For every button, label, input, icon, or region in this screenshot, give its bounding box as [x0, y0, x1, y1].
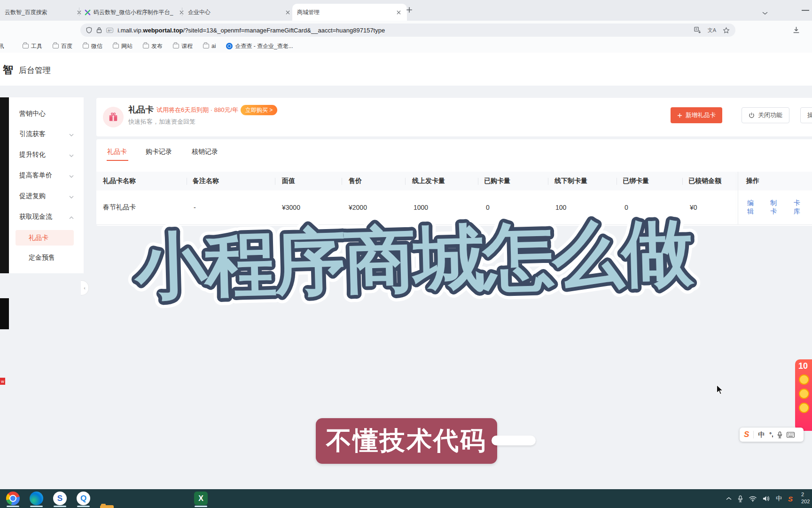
address-bar[interactable]: a= i.mall.vip.webportal.top/?siteId=13&_… [80, 24, 735, 37]
app-header: 智 后台管理 [0, 53, 812, 86]
bookmark-folder-ai[interactable]: ai [203, 43, 216, 49]
bookmark-folder-wechat[interactable]: 微信 [83, 42, 102, 50]
col-header: 礼品卡名称 [103, 172, 136, 190]
site-badge[interactable]: a= [106, 28, 113, 33]
make-card-link[interactable]: 制卡 [770, 199, 783, 216]
tray-mic-icon[interactable] [738, 495, 743, 502]
promo-number: 10 [798, 361, 808, 371]
x-logo-icon [85, 9, 91, 16]
taskbar-edge-icon[interactable] [30, 492, 43, 505]
ime-punctuation-toggle[interactable]: °, [769, 431, 773, 438]
edit-link[interactable]: 编辑 [747, 199, 760, 216]
bookmark-folder-website[interactable]: 网站 [113, 42, 133, 50]
bookmark-folder-baidu[interactable]: 百度 [53, 42, 72, 50]
sidebar-item-cashflow[interactable]: 获取现金流 [19, 212, 80, 222]
header-divider [682, 178, 683, 185]
screen: 云数智_百度搜索 码云数智_微信小程序制作平台_ 企业中心 商城管理 a= i.… [0, 0, 812, 508]
sidebar-item-marketing-center[interactable]: 营销中心 [19, 109, 80, 119]
tray-volume-icon[interactable] [763, 495, 770, 502]
sidebar-item-label: 提升转化 [19, 151, 46, 159]
ime-lang-toggle[interactable]: 中 [758, 430, 765, 439]
tray-wifi-icon[interactable] [749, 496, 757, 502]
logo-letter: Q [80, 494, 86, 503]
sidebar-item-conversion[interactable]: 提升转化 [19, 150, 80, 159]
ime-keyboard-icon[interactable] [787, 432, 795, 438]
tab-title: 商城管理 [297, 8, 391, 16]
sidebar-item-traffic[interactable]: 引流获客 [19, 129, 80, 139]
header-divider [617, 178, 617, 185]
plus-icon [677, 113, 682, 118]
folder-icon [143, 44, 149, 48]
tab-mayun[interactable]: 码云数智_微信小程序制作平台_ [80, 4, 190, 21]
buy-now-button[interactable]: 立即购买 > [241, 105, 277, 115]
taskbar-file-explorer-icon[interactable] [100, 505, 114, 508]
ime-mic-icon[interactable] [777, 431, 782, 438]
tab-close-icon[interactable] [284, 8, 291, 16]
chevron-down-icon [69, 172, 74, 179]
content-area: w 营销中心 引流获客 提升转化 提高客单价 促进复购 获取现金流 礼品卡 定金… [0, 86, 812, 489]
bookmark-folder-tools[interactable]: 工具 [23, 42, 42, 50]
sidebar-collapse-handle[interactable]: ‹ [81, 280, 89, 295]
bookmark-qcc[interactable]: 企查查 - 查企业_查老... [226, 42, 293, 50]
tray-sogou-icon[interactable]: S [788, 495, 793, 503]
sogou-logo-icon[interactable]: S [744, 430, 749, 439]
chevron-up-icon [69, 213, 74, 221]
tab-baidu-search[interactable]: 云数智_百度搜索 [0, 4, 87, 21]
taskbar-qq-browser-icon[interactable]: Q [77, 492, 90, 505]
guide-button-cut[interactable]: 操 [800, 107, 812, 123]
bookmark-folder-course[interactable]: 课程 [173, 42, 193, 50]
bookmark-star-icon[interactable] [723, 27, 730, 34]
new-tab-button[interactable] [406, 7, 413, 15]
active-tab-underline [107, 160, 128, 161]
cell-face-value: ¥3000 [282, 190, 300, 224]
sidebar-item-label: 获取现金流 [19, 213, 52, 221]
folder-icon [23, 44, 29, 48]
sidebar-item-label: 营销中心 [19, 110, 46, 118]
add-giftcard-label: 新增礼品卡 [686, 111, 716, 119]
tray-clock[interactable]: 2 202 [801, 491, 812, 506]
tab-close-icon[interactable] [395, 8, 402, 16]
folder-icon [113, 44, 119, 48]
shield-icon[interactable] [86, 27, 92, 33]
col-header: 已核销金额 [688, 172, 721, 190]
tab-search-chevron-icon[interactable] [762, 8, 768, 17]
cell-note: - [194, 190, 196, 224]
tab-mall-manage-active[interactable]: 商城管理 [292, 4, 407, 21]
card-bank-link[interactable]: 卡库 [794, 199, 806, 216]
taskbar-excel-icon[interactable]: X [194, 492, 208, 505]
taskbar-sogou-browser-icon[interactable]: S [53, 492, 67, 505]
lock-icon[interactable] [96, 27, 102, 33]
bookmark-cut[interactable]: 讯 [0, 42, 4, 50]
bookmark-label: 企查查 - 查企业_查老... [235, 42, 293, 50]
tab-redeem-records[interactable]: 核销记录 [192, 148, 218, 156]
downloads-icon[interactable] [792, 26, 800, 36]
sidebar-item-repurchase[interactable]: 促进复购 [19, 191, 80, 201]
giftcard-header-card: 礼品卡 试用将在6天后到期 · 880元/年 立即购买 > 快速拓客，加速资金回… [96, 98, 812, 136]
ime-toolbar: S 中 °, [740, 428, 804, 442]
page-title: 后台管理 [19, 65, 51, 76]
bookmark-folder-publish[interactable]: 发布 [143, 42, 163, 50]
close-feature-button[interactable]: 关闭功能 [742, 107, 789, 123]
clock-date: 202 [801, 498, 812, 505]
save-collection-icon[interactable] [694, 27, 701, 34]
translate-icon[interactable]: 文A [708, 27, 716, 34]
tab-enterprise[interactable]: 企业中心 [183, 4, 296, 21]
col-header: 操作 [746, 172, 759, 190]
col-header: 备注名称 [193, 172, 219, 190]
tray-ime-lang[interactable]: 中 [776, 494, 782, 503]
bookmark-label: 讯 [0, 42, 4, 50]
tab-giftcard[interactable]: 礼品卡 [107, 148, 127, 156]
sidebar-item-order-value[interactable]: 提高客单价 [19, 171, 80, 180]
sidebar-subitem-presale[interactable]: 定金预售 [29, 254, 55, 262]
sidebar-subitem-giftcard-active[interactable]: 礼品卡 [16, 230, 74, 246]
promo-card-cut[interactable]: 10 [795, 359, 812, 431]
tab-separator [182, 8, 182, 16]
window-minimize-button[interactable] [802, 10, 809, 11]
tray-chevron-up-icon[interactable] [726, 497, 732, 500]
clock-time: 2 [801, 491, 812, 498]
taskbar-chrome-icon[interactable] [6, 492, 20, 505]
tab-purchase-records[interactable]: 购卡记录 [146, 148, 172, 156]
giftcard-title: 礼品卡 [128, 104, 154, 115]
add-giftcard-button[interactable]: 新增礼品卡 [671, 107, 722, 123]
tab-title: 云数智_百度搜索 [5, 8, 71, 16]
